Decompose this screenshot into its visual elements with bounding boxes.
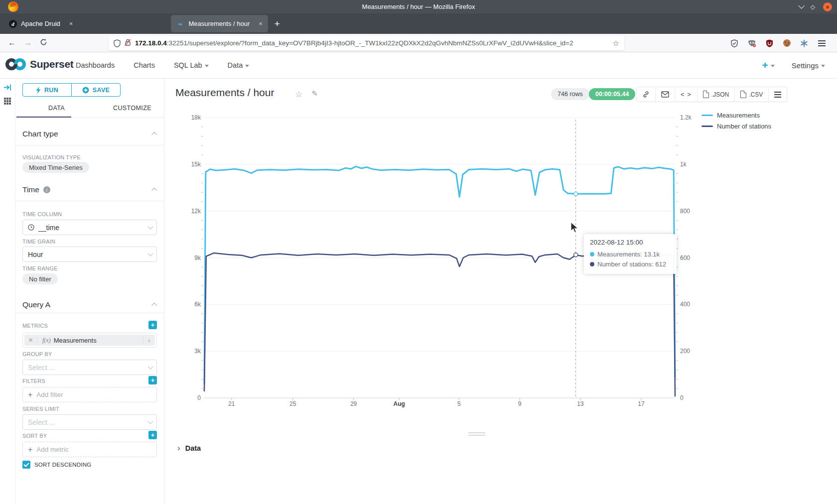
extension-shield-check-icon[interactable] bbox=[730, 39, 739, 48]
add-metric-button[interactable]: + bbox=[148, 321, 157, 329]
nav-sql-lab[interactable]: SQL Lab bbox=[174, 61, 209, 69]
window-title: Measurements / hour — Mozilla Firefox bbox=[0, 3, 837, 10]
window-titlebar: Measurements / hour — Mozilla Firefox ◇ … bbox=[0, 0, 837, 13]
axis-tick-label: 18k bbox=[164, 114, 201, 121]
nav-charts[interactable]: Charts bbox=[134, 61, 155, 69]
explore-control-panel: RUN SAVE DATA CUSTOMIZE Chart type VISUA… bbox=[15, 79, 164, 504]
superset-logo[interactable]: Superset bbox=[5, 57, 73, 71]
tab-measurements-hour[interactable]: ∞ Measurements / hour × bbox=[171, 15, 267, 32]
tab-close-icon[interactable]: × bbox=[259, 20, 263, 27]
extension-asterisk-icon[interactable] bbox=[800, 39, 809, 48]
nav-dashboards[interactable]: Dashboards bbox=[76, 61, 115, 69]
axis-tick-label: 600 bbox=[680, 254, 690, 261]
expand-panel-icon[interactable] bbox=[3, 84, 11, 93]
add-new-button[interactable]: + bbox=[762, 59, 775, 71]
panel-resize-handle[interactable] bbox=[468, 432, 485, 436]
reload-button[interactable] bbox=[40, 38, 47, 48]
time-range-label: TIME RANGE bbox=[22, 265, 57, 271]
axis-tick-label: 6k bbox=[164, 301, 201, 308]
lightning-icon bbox=[36, 87, 41, 94]
tracking-protection-shield-icon[interactable] bbox=[114, 39, 121, 47]
axis-tick-label: 12k bbox=[164, 208, 201, 215]
add-sort-metric-button[interactable]: + bbox=[148, 431, 157, 439]
metric-chip[interactable]: ✕ f(x) Measurements › bbox=[24, 335, 155, 346]
panel-tabs: DATA CUSTOMIZE bbox=[15, 101, 164, 118]
tab-apache-druid[interactable]: d Apache Druid × bbox=[4, 15, 78, 32]
window-minimize-icon[interactable] bbox=[798, 2, 805, 9]
series-limit-select[interactable]: Select ... bbox=[22, 414, 157, 430]
chevron-down-icon bbox=[147, 224, 153, 229]
axis-tick-label: 1.2k bbox=[680, 114, 692, 121]
section-query-a[interactable]: Query A bbox=[22, 300, 157, 309]
section-time[interactable]: Time i bbox=[22, 185, 157, 194]
timeseries-chart[interactable] bbox=[164, 79, 837, 427]
save-button[interactable]: SAVE bbox=[71, 84, 120, 96]
group-by-select[interactable]: Select ... bbox=[22, 360, 157, 375]
axis-tick-label: 3k bbox=[164, 348, 201, 355]
filters-label: FILTERS bbox=[22, 378, 45, 384]
browser-tab-strip: d Apache Druid × ∞ Measurements / hour ×… bbox=[0, 13, 837, 34]
chevron-down-icon bbox=[147, 364, 153, 369]
forward-button[interactable]: → bbox=[24, 38, 32, 47]
browser-menu-icon[interactable] bbox=[817, 39, 826, 48]
extension-cookie-icon[interactable] bbox=[782, 39, 791, 48]
nav-data[interactable]: Data bbox=[228, 61, 250, 69]
extension-ublock-icon[interactable] bbox=[765, 39, 774, 48]
axis-tick-label: 21 bbox=[228, 400, 235, 407]
url-bar[interactable]: 172.18.0.4:32251/superset/explore/?form_… bbox=[109, 36, 624, 50]
extension-mask-icon[interactable] bbox=[747, 39, 756, 48]
data-results-collapse[interactable]: › Data bbox=[177, 443, 201, 453]
bookmark-star-icon[interactable]: ☆ bbox=[613, 39, 619, 48]
time-range-value[interactable]: No filter bbox=[22, 273, 58, 284]
time-grain-label: TIME GRAIN bbox=[22, 239, 55, 245]
tab-close-icon[interactable]: × bbox=[69, 20, 73, 27]
time-column-select[interactable]: __time bbox=[22, 220, 157, 235]
metric-chip-container: ✕ f(x) Measurements › bbox=[22, 333, 157, 348]
tab-customize[interactable]: CUSTOMIZE bbox=[113, 105, 151, 112]
back-button[interactable]: ← bbox=[8, 38, 16, 47]
chevron-down-icon bbox=[205, 65, 209, 67]
insecure-lock-icon[interactable] bbox=[125, 38, 131, 48]
sort-descending-checkbox[interactable] bbox=[22, 461, 30, 469]
run-button[interactable]: RUN bbox=[23, 84, 71, 96]
settings-menu[interactable]: Settings bbox=[792, 61, 825, 70]
fx-icon: f(x) bbox=[42, 337, 51, 344]
window-close-button[interactable]: × bbox=[823, 2, 832, 11]
series-dot-icon bbox=[590, 262, 594, 266]
chart-panel: Measurements / hour ☆ ✎ 746 rows 00:00:0… bbox=[164, 79, 837, 504]
application-window: Measurements / hour — Mozilla Firefox ◇ … bbox=[0, 0, 837, 504]
metric-name: Measurements bbox=[54, 337, 97, 344]
new-tab-button[interactable]: + bbox=[275, 18, 280, 29]
chevron-down-icon bbox=[821, 65, 825, 67]
expand-metric-icon[interactable]: › bbox=[143, 337, 155, 344]
data-results-label: Data bbox=[185, 444, 201, 452]
clock-icon bbox=[28, 224, 34, 231]
mouse-cursor bbox=[570, 222, 579, 236]
datasource-grid-icon[interactable] bbox=[3, 97, 11, 107]
window-maximize-icon[interactable]: ◇ bbox=[811, 4, 815, 10]
tab-data[interactable]: DATA bbox=[48, 105, 65, 112]
add-filter-dropzone[interactable]: +Add filter bbox=[22, 387, 157, 402]
url-text[interactable]: 172.18.0.4:32251/superset/explore/?form_… bbox=[135, 39, 609, 47]
tab-label: Apache Druid bbox=[21, 20, 60, 27]
axis-tick-label: 1k bbox=[680, 161, 687, 168]
add-sort-metric-dropzone[interactable]: +Add metric bbox=[22, 442, 157, 457]
viz-type-label: VISUALIZATION TYPE bbox=[22, 154, 81, 160]
superset-favicon: ∞ bbox=[176, 20, 184, 28]
add-filter-button[interactable]: + bbox=[148, 376, 157, 384]
run-save-group: RUN SAVE bbox=[22, 83, 121, 97]
axis-tick-label: 200 bbox=[680, 348, 690, 355]
collapsed-dataset-strip bbox=[0, 79, 15, 504]
axis-tick-label: 800 bbox=[680, 208, 690, 215]
series-limit-label: SERIES LIMIT bbox=[22, 406, 59, 412]
remove-metric-icon[interactable]: ✕ bbox=[24, 337, 37, 344]
axis-tick-label: 15k bbox=[164, 161, 201, 168]
chevron-down-icon bbox=[147, 418, 153, 424]
axis-tick-label: 29 bbox=[350, 400, 357, 407]
axis-tick-label: 17 bbox=[638, 400, 644, 407]
druid-favicon: d bbox=[9, 20, 17, 28]
axis-tick-label: Aug bbox=[394, 400, 405, 407]
viz-type-value[interactable]: Mixed Time-Series bbox=[22, 162, 89, 173]
section-chart-type[interactable]: Chart type bbox=[22, 129, 157, 138]
time-grain-select[interactable]: Hour bbox=[22, 247, 157, 262]
